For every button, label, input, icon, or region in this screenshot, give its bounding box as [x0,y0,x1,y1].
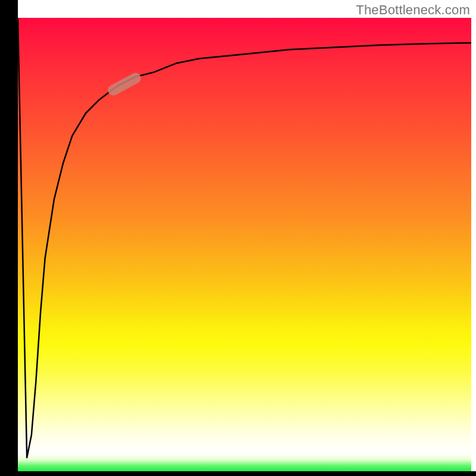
chart-container: TheBottleneck.com [0,0,476,476]
x-axis [0,471,476,476]
watermark-text: TheBottleneck.com [356,2,470,18]
y-axis [0,0,18,471]
plot-area [18,18,471,471]
